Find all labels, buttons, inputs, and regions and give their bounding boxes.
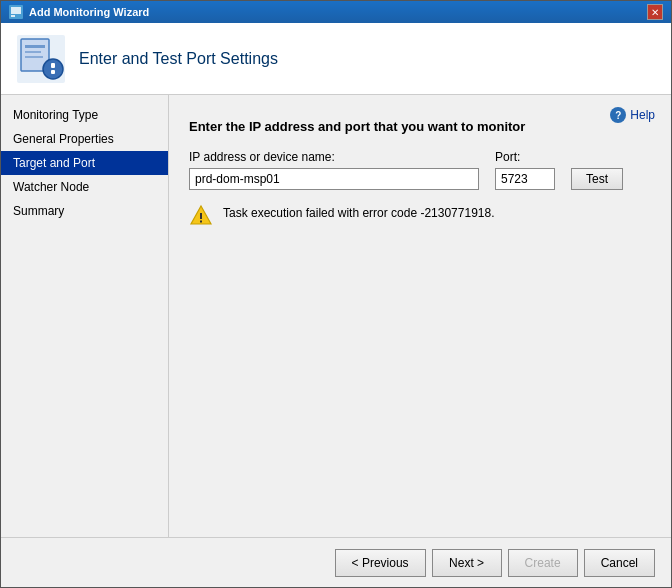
- window-title: Add Monitoring Wizard: [29, 6, 149, 18]
- svg-rect-13: [200, 221, 202, 223]
- title-bar-left: Add Monitoring Wizard: [9, 5, 149, 19]
- sidebar-item-target-and-port[interactable]: Target and Port: [1, 151, 168, 175]
- ip-input[interactable]: [189, 168, 479, 190]
- error-message: Task execution failed with error code -2…: [223, 204, 495, 220]
- content-area: Monitoring Type General Properties Targe…: [1, 95, 671, 537]
- port-form-group: Port:: [495, 150, 555, 190]
- ip-label: IP address or device name:: [189, 150, 479, 164]
- help-icon: ?: [610, 107, 626, 123]
- svg-point-8: [43, 59, 63, 79]
- svg-rect-7: [25, 56, 43, 58]
- sidebar-item-watcher-node[interactable]: Watcher Node: [1, 175, 168, 199]
- section-title: Enter the IP address and port that you w…: [189, 119, 651, 134]
- svg-rect-5: [25, 45, 45, 48]
- warning-icon: [189, 204, 213, 228]
- close-button[interactable]: ✕: [647, 4, 663, 20]
- title-bar: Add Monitoring Wizard ✕: [1, 1, 671, 23]
- port-input[interactable]: [495, 168, 555, 190]
- sidebar-item-general-properties[interactable]: General Properties: [1, 127, 168, 151]
- footer: < Previous Next > Create Cancel: [1, 537, 671, 587]
- error-row: Task execution failed with error code -2…: [189, 204, 651, 228]
- svg-rect-9: [51, 63, 55, 68]
- test-button[interactable]: Test: [571, 168, 623, 190]
- wizard-icon: [9, 5, 23, 19]
- header-title: Enter and Test Port Settings: [79, 50, 278, 68]
- cancel-button[interactable]: Cancel: [584, 549, 655, 577]
- svg-rect-1: [11, 7, 21, 14]
- help-label: Help: [630, 108, 655, 122]
- create-button[interactable]: Create: [508, 549, 578, 577]
- wizard-window: Add Monitoring Wizard ✕ Enter and Test P…: [0, 0, 672, 588]
- port-label: Port:: [495, 150, 555, 164]
- svg-rect-10: [51, 70, 55, 74]
- svg-rect-6: [25, 51, 41, 53]
- header-banner: Enter and Test Port Settings: [1, 23, 671, 95]
- form-row: IP address or device name: Port: Test: [189, 150, 651, 190]
- sidebar-item-monitoring-type[interactable]: Monitoring Type: [1, 103, 168, 127]
- sidebar: Monitoring Type General Properties Targe…: [1, 95, 169, 537]
- next-button[interactable]: Next >: [432, 549, 502, 577]
- help-link[interactable]: ? Help: [610, 107, 655, 123]
- svg-rect-2: [11, 15, 15, 17]
- previous-button[interactable]: < Previous: [335, 549, 426, 577]
- header-wizard-icon: [17, 35, 65, 83]
- sidebar-item-summary[interactable]: Summary: [1, 199, 168, 223]
- svg-rect-12: [200, 213, 202, 219]
- ip-form-group: IP address or device name:: [189, 150, 479, 190]
- main-panel: ? Help Enter the IP address and port tha…: [169, 95, 671, 537]
